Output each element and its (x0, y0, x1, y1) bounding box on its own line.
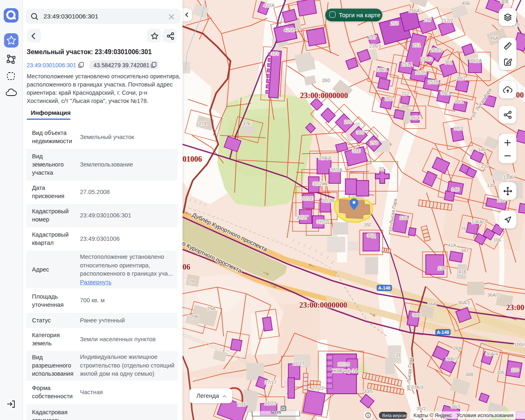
svg-text:29Б: 29Б (191, 314, 199, 319)
svg-text:00: 00 (516, 91, 524, 99)
svg-text:41А: 41А (448, 243, 457, 248)
svg-text:37/2Г: 37/2Г (297, 215, 308, 220)
svg-text:251: 251 (413, 43, 420, 48)
svg-text:238/1: 238/1 (376, 67, 388, 72)
svg-text:217: 217 (424, 17, 431, 22)
svg-text:305: 305 (496, 370, 504, 375)
svg-text:45Б: 45Б (462, 1, 470, 6)
svg-text:37/2Ж: 37/2Ж (313, 181, 326, 186)
svg-text:37Б: 37Б (352, 148, 361, 153)
svg-text:37/3: 37/3 (454, 126, 463, 131)
svg-text:251/2: 251/2 (421, 57, 433, 62)
svg-text:255А: 255А (409, 8, 420, 13)
svg-text:308: 308 (500, 0, 508, 4)
svg-text:37А/4: 37А/4 (319, 155, 331, 160)
svg-text:236/1: 236/1 (370, 43, 381, 48)
svg-text:75: 75 (461, 226, 466, 231)
svg-text:139: 139 (487, 183, 495, 188)
svg-text:27/27: 27/27 (293, 361, 305, 366)
svg-text:06: 06 (183, 262, 190, 271)
svg-text:146: 146 (451, 187, 459, 192)
svg-text:251/1: 251/1 (431, 48, 443, 52)
svg-text:36А/2: 36А/2 (487, 292, 500, 297)
svg-text:251Б: 251Б (415, 70, 427, 75)
svg-text:41Б: 41Б (459, 269, 467, 274)
svg-text:45А: 45А (490, 36, 499, 41)
svg-text:37/2Е: 37/2Е (301, 196, 313, 201)
svg-text:138: 138 (438, 266, 445, 271)
svg-text:37А/3: 37А/3 (411, 385, 423, 390)
svg-text:31: 31 (396, 352, 401, 357)
svg-text:27/17: 27/17 (265, 380, 277, 385)
svg-text:7/16: 7/16 (237, 402, 246, 407)
svg-text:27/28: 27/28 (338, 362, 350, 367)
svg-text:39/2: 39/2 (457, 76, 466, 81)
svg-text:37/2Д: 37/2Д (317, 219, 329, 224)
svg-text:35/2: 35/2 (417, 406, 426, 411)
svg-text:А-148: А-148 (378, 285, 390, 290)
svg-text:422А: 422А (264, 3, 275, 8)
svg-text:39/1: 39/1 (454, 99, 463, 104)
svg-text:27/22: 27/22 (312, 386, 324, 390)
svg-text:301: 301 (444, 60, 452, 65)
svg-text:260: 260 (322, 78, 330, 83)
svg-text:132: 132 (399, 215, 407, 220)
svg-text:36/3: 36/3 (451, 404, 460, 409)
svg-text:23:00: 23:00 (506, 303, 524, 312)
svg-text:258: 258 (370, 140, 378, 145)
svg-text:106: 106 (493, 237, 501, 242)
svg-text:36А/1: 36А/1 (458, 300, 470, 305)
svg-text:37Е: 37Е (243, 121, 251, 126)
svg-text:305: 305 (356, 130, 364, 135)
svg-text:23:00:0000000: 23:00:0000000 (299, 301, 347, 309)
svg-text:37/2В: 37/2В (322, 198, 334, 203)
svg-text:217/2: 217/2 (441, 18, 453, 23)
svg-text:247: 247 (368, 35, 376, 40)
svg-text:139Б: 139Б (503, 175, 514, 180)
svg-text:27/23: 27/23 (265, 401, 276, 406)
svg-text:426В: 426В (284, 27, 295, 32)
svg-text:23:00:0000000: 23:00:0000000 (300, 91, 348, 100)
svg-text:36Б/3: 36Б/3 (446, 356, 458, 361)
svg-text:36А: 36А (428, 301, 436, 306)
svg-text:136А/2: 136А/2 (472, 219, 486, 224)
svg-text:35/4: 35/4 (411, 115, 420, 120)
svg-text:36В: 36В (465, 372, 474, 377)
svg-text:01006: 01006 (183, 155, 202, 163)
svg-text:262: 262 (385, 96, 393, 101)
svg-text:251В: 251В (428, 80, 439, 84)
svg-text:110: 110 (511, 368, 519, 372)
svg-text:347: 347 (461, 248, 468, 253)
svg-text:33/5: 33/5 (364, 389, 373, 394)
svg-text:39/2А: 39/2А (470, 58, 482, 63)
svg-text:35Д: 35Д (367, 233, 376, 238)
svg-text:209: 209 (344, 119, 352, 124)
svg-text:29: 29 (189, 279, 195, 284)
svg-text:373: 373 (271, 51, 278, 56)
svg-text:37/2А: 37/2А (330, 167, 342, 172)
svg-text:255: 255 (390, 21, 398, 26)
svg-text:39с1: 39с1 (441, 91, 451, 96)
svg-text:274: 274 (199, 121, 207, 126)
svg-text:239: 239 (481, 164, 488, 169)
svg-text:32: 32 (379, 167, 384, 171)
svg-text:А-148: А-148 (437, 330, 449, 335)
svg-text:36Б: 36Б (413, 313, 421, 317)
svg-text:35Г: 35Г (364, 222, 372, 227)
svg-text:251А: 251А (402, 62, 413, 67)
svg-text:269: 269 (453, 346, 461, 351)
svg-text:146: 146 (478, 147, 486, 152)
svg-text:29А: 29А (207, 306, 216, 311)
svg-text:100/4: 100/4 (514, 342, 525, 347)
svg-text:36А/4: 36А/4 (486, 352, 498, 356)
svg-text:212: 212 (401, 91, 409, 96)
svg-text:ЖК Риф-14: ЖК Риф-14 (333, 368, 358, 373)
